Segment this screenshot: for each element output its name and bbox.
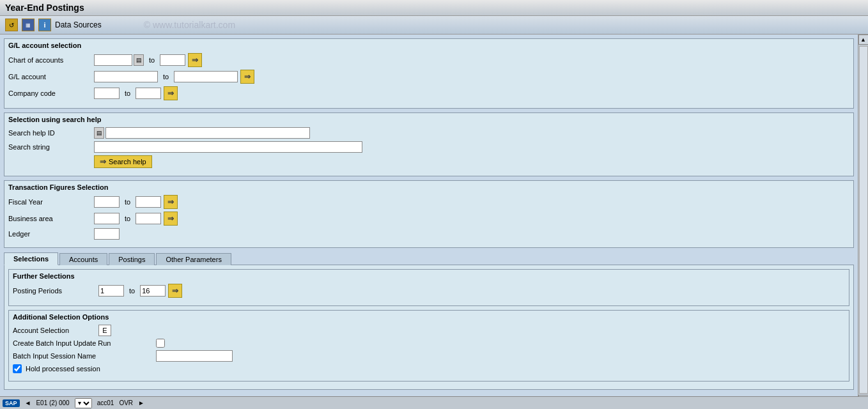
company-code-to[interactable]: [136, 88, 161, 99]
tab-content: Further Selections Posting Periods to ⇒ …: [4, 265, 854, 390]
gl-account-section: G/L account selection Chart of accounts …: [4, 38, 854, 109]
business-area-label: Business area: [8, 215, 91, 222]
chart-to-label: to: [149, 56, 155, 64]
gl-to-label: to: [163, 73, 169, 81]
tab-accounts[interactable]: Accounts: [59, 253, 107, 265]
status-bar: SAP ◄ E01 (2) 000 ▾ acc01 OVR ►: [0, 396, 868, 409]
additional-selection-section: Additional Selection Options Account Sel…: [8, 310, 849, 382]
company-arrow-btn[interactable]: ⇒: [164, 86, 178, 100]
search-help-section: Selection using search help Search help …: [4, 112, 854, 176]
further-selections-title: Further Selections: [13, 272, 845, 280]
search-string-label: Search string: [8, 143, 91, 151]
watermark: © www.tutorialkart.com: [144, 20, 235, 30]
ledger-row: Ledger: [8, 228, 849, 240]
search-help-id-input[interactable]: [105, 127, 310, 139]
business-arrow-btn[interactable]: ⇒: [164, 212, 178, 226]
account-selection-label: Account Selection: [13, 327, 96, 334]
tabs-container: Selections Accounts Postings Other Param…: [4, 252, 854, 265]
gl-account-to[interactable]: [174, 71, 238, 82]
search-help-id-label: Search help ID: [8, 129, 91, 137]
search-string-row: Search string: [8, 141, 849, 153]
table-icon[interactable]: ▦: [22, 19, 35, 31]
account-selection-input[interactable]: [98, 325, 111, 336]
search-help-btn-label: Search help: [109, 158, 146, 166]
app-title: Year-End Postings: [5, 3, 84, 13]
create-batch-row: Create Batch Input Update Run: [13, 339, 845, 348]
hold-processed-row: Hold processed session: [13, 364, 845, 373]
scroll-track: [859, 46, 868, 394]
posting-periods-from[interactable]: [98, 285, 124, 297]
batch-session-label: Batch Input Session Name: [13, 352, 153, 360]
chart-arrow-btn[interactable]: ⇒: [188, 53, 202, 67]
status-arrows-left[interactable]: ◄: [25, 399, 31, 406]
business-area-to[interactable]: [136, 213, 161, 224]
gl-account-title: G/L account selection: [8, 42, 849, 49]
business-area-from[interactable]: [94, 213, 120, 224]
hold-processed-checkbox[interactable]: [13, 364, 22, 373]
data-sources-label[interactable]: Data Sources: [55, 20, 102, 29]
title-bar: Year-End Postings: [0, 0, 868, 16]
fiscal-year-row: Fiscal Year to ⇒: [8, 195, 849, 209]
fiscal-year-label: Fiscal Year: [8, 198, 91, 206]
search-help-btn-arrow-icon: ⇒: [100, 157, 106, 166]
sap-logo: SAP: [3, 399, 20, 407]
chart-browse-btn[interactable]: ▤: [134, 54, 144, 66]
fiscal-to-label: to: [125, 198, 130, 206]
clock-icon[interactable]: ↺: [5, 19, 18, 31]
business-to-label: to: [125, 215, 130, 222]
user-info: acc01: [97, 399, 114, 406]
company-to-label: to: [125, 89, 130, 97]
posting-periods-to[interactable]: [140, 285, 166, 297]
additional-selection-title: Additional Selection Options: [13, 313, 845, 321]
chart-of-accounts-row: Chart of accounts ▤ to ⇒: [8, 53, 849, 67]
scroll-up-arrow[interactable]: ▲: [858, 35, 869, 45]
transaction-title: Transaction Figures Selection: [8, 183, 849, 191]
search-help-id-row: Search help ID ▤: [8, 127, 849, 139]
scrollbar[interactable]: ▲ ▼: [858, 35, 868, 405]
gl-arrow-btn[interactable]: ⇒: [240, 70, 254, 84]
posting-periods-label: Posting Periods: [13, 287, 96, 295]
ledger-input[interactable]: [94, 228, 120, 240]
batch-session-row: Batch Input Session Name: [13, 350, 845, 362]
search-help-title: Selection using search help: [8, 116, 849, 123]
session-info: E01 (2) 000: [36, 399, 69, 406]
transaction-section: Transaction Figures Selection Fiscal Yea…: [4, 180, 854, 248]
company-code-row: Company code to ⇒: [8, 86, 849, 100]
search-help-btn-row: ⇒ Search help: [8, 155, 849, 168]
hold-processed-label: Hold processed session: [26, 365, 100, 373]
ledger-label: Ledger: [8, 230, 91, 238]
search-help-id-browse[interactable]: ▤: [94, 127, 104, 139]
fiscal-arrow-btn[interactable]: ⇒: [164, 195, 178, 209]
search-string-input[interactable]: [94, 141, 362, 153]
create-batch-checkbox[interactable]: [156, 339, 165, 348]
company-code-from[interactable]: [94, 88, 120, 99]
gl-account-from[interactable]: [94, 71, 158, 82]
gl-account-row: G/L account to ⇒: [8, 70, 849, 84]
fiscal-year-to[interactable]: [136, 196, 161, 208]
search-help-button[interactable]: ⇒ Search help: [94, 155, 152, 168]
mode-info: OVR: [119, 399, 133, 406]
gl-account-label: G/L account: [8, 73, 91, 81]
status-arrows-right[interactable]: ►: [138, 399, 144, 406]
tab-postings[interactable]: Postings: [109, 253, 155, 265]
create-batch-label: Create Batch Input Update Run: [13, 339, 153, 347]
further-selections-section: Further Selections Posting Periods to ⇒: [8, 269, 849, 306]
fiscal-year-from[interactable]: [94, 196, 120, 208]
chart-of-accounts-to[interactable]: [160, 54, 185, 66]
posting-periods-row: Posting Periods to ⇒: [13, 284, 845, 298]
business-area-row: Business area to ⇒: [8, 212, 849, 226]
session-select[interactable]: ▾: [75, 398, 92, 408]
chart-of-accounts-from[interactable]: [94, 54, 132, 66]
company-code-label: Company code: [8, 89, 91, 97]
posting-to-label: to: [129, 287, 135, 295]
tab-selections[interactable]: Selections: [4, 252, 58, 265]
tab-other-parameters[interactable]: Other Parameters: [156, 253, 231, 265]
toolbar: ↺ ▦ i Data Sources © www.tutorialkart.co…: [0, 16, 868, 35]
batch-session-input[interactable]: [156, 350, 233, 362]
info-icon[interactable]: i: [38, 19, 51, 31]
account-selection-row: Account Selection: [13, 325, 845, 336]
chart-of-accounts-label: Chart of accounts: [8, 56, 91, 64]
posting-arrow-btn[interactable]: ⇒: [168, 284, 182, 298]
